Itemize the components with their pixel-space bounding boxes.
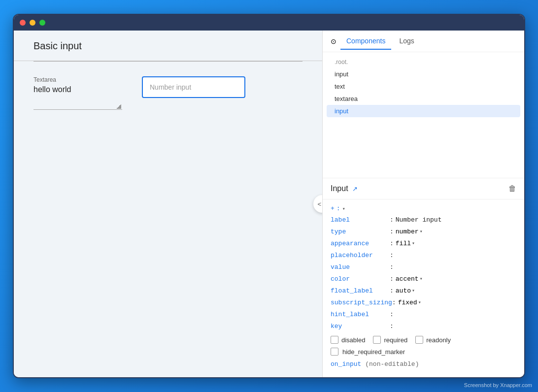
checkbox-required-box[interactable] bbox=[373, 336, 381, 344]
plus-dropdown-arrow[interactable]: ▾ bbox=[342, 206, 345, 212]
prop-value-subscript-sizing[interactable]: fixed ▾ bbox=[398, 299, 421, 306]
prop-key-color: color bbox=[331, 275, 390, 283]
checkbox-hide-required-box[interactable] bbox=[331, 348, 338, 356]
type-dropdown-arrow[interactable]: ▾ bbox=[420, 229, 423, 234]
prop-value-type[interactable]: number ▾ bbox=[396, 228, 423, 235]
textarea-wrapper: Textarea bbox=[34, 76, 122, 110]
number-input-wrapper bbox=[142, 76, 245, 98]
checkbox-hide-required-label: hide_required_marker bbox=[342, 348, 405, 356]
prop-colon-float-label: : bbox=[390, 287, 394, 294]
tree-item-input2-selected[interactable]: input bbox=[327, 105, 520, 117]
left-panel: Basic input Textarea < > bbox=[14, 31, 322, 377]
textarea-label: Textarea bbox=[34, 76, 122, 83]
minimize-dot[interactable] bbox=[30, 20, 35, 26]
tab-logs[interactable]: Logs bbox=[393, 33, 420, 50]
tree-item-input1[interactable]: input bbox=[323, 68, 524, 80]
prop-colon-label: : bbox=[390, 216, 394, 224]
props-title-text: Input bbox=[331, 184, 348, 193]
prop-key-float-label: float_label bbox=[331, 287, 390, 294]
on-input-note-text: (non-editable) bbox=[365, 360, 419, 368]
prop-row-placeholder: placeholder : bbox=[331, 249, 516, 261]
checkboxes-row: disabled required readonly bbox=[331, 332, 516, 346]
prop-key-value: value bbox=[331, 263, 390, 271]
props-delete-icon[interactable]: 🗑 bbox=[508, 184, 516, 193]
prop-key-appearance: appearance bbox=[331, 240, 390, 247]
plus-colon: : bbox=[336, 205, 340, 212]
props-title: Input ↗ bbox=[331, 184, 358, 193]
tree-item-textarea[interactable]: textarea bbox=[323, 93, 524, 105]
prop-colon-hint-label: : bbox=[390, 311, 394, 318]
window-body: Basic input Textarea < > bbox=[14, 31, 524, 377]
checkbox-required-label: required bbox=[384, 336, 407, 344]
prop-colon-appearance: : bbox=[390, 240, 394, 247]
checkbox-readonly-box[interactable] bbox=[415, 336, 423, 344]
left-header: Basic input bbox=[14, 31, 322, 61]
window-titlebar bbox=[14, 15, 524, 31]
number-input-field[interactable] bbox=[142, 76, 245, 98]
checkbox-required: required bbox=[373, 336, 407, 344]
checkbox-disabled-box[interactable] bbox=[331, 336, 338, 344]
prop-row-hint-label: hint_label : bbox=[331, 308, 516, 320]
prop-key-hint-label: hint_label bbox=[331, 311, 390, 318]
prop-row-subscript-sizing: subscript_sizing : fixed ▾ bbox=[331, 296, 516, 308]
prop-key-label: label bbox=[331, 216, 390, 224]
right-top-panel: ⊙ Components Logs .root. input text text… bbox=[323, 31, 524, 178]
checkbox-disabled: disabled bbox=[331, 336, 365, 344]
prop-colon-color: : bbox=[390, 275, 394, 283]
right-panel: ⊙ Components Logs .root. input text text… bbox=[322, 31, 524, 377]
prop-value-appearance[interactable]: fill ▾ bbox=[396, 240, 415, 247]
plus-key: + bbox=[331, 205, 335, 212]
subscript-sizing-dropdown-arrow[interactable]: ▾ bbox=[418, 299, 421, 305]
prop-colon-placeholder: : bbox=[390, 252, 394, 259]
tab-components[interactable]: Components bbox=[340, 33, 391, 50]
maximize-dot[interactable] bbox=[39, 20, 45, 26]
prop-row-type: type : number ▾ bbox=[331, 226, 516, 237]
prop-row-plus[interactable]: +: ▾ bbox=[331, 203, 516, 214]
prop-colon-key: : bbox=[390, 323, 394, 330]
checkbox-readonly: readonly bbox=[415, 336, 451, 344]
prop-value-float-label[interactable]: auto ▾ bbox=[396, 287, 415, 294]
prop-colon-type: : bbox=[390, 228, 394, 235]
prop-key-type: type bbox=[331, 228, 390, 235]
on-input-key: on_input bbox=[331, 360, 361, 368]
target-icon: ⊙ bbox=[331, 37, 336, 45]
checkbox-row-hide-required: hide_required_marker bbox=[331, 346, 516, 358]
prop-colon-value: : bbox=[390, 263, 394, 271]
left-content: Textarea bbox=[14, 62, 322, 125]
page-title: Basic input bbox=[34, 40, 303, 52]
tree-item-text[interactable]: text bbox=[323, 80, 524, 93]
textarea-resize-handle bbox=[116, 104, 121, 109]
prop-key-subscript-sizing: subscript_sizing bbox=[331, 299, 392, 306]
app-window: Basic input Textarea < > bbox=[13, 14, 525, 378]
checkbox-readonly-label: readonly bbox=[426, 336, 451, 344]
prop-row-appearance: appearance : fill ▾ bbox=[331, 237, 516, 249]
prop-row-key: key : bbox=[331, 320, 516, 332]
prop-row-color: color : accent ▾ bbox=[331, 273, 516, 285]
prop-row-value: value : bbox=[331, 261, 516, 273]
component-tree: .root. input text textarea input bbox=[323, 52, 524, 178]
appearance-dropdown-arrow[interactable]: ▾ bbox=[412, 240, 415, 246]
props-header: Input ↗ 🗑 bbox=[323, 178, 524, 199]
panel-toggle-button[interactable]: < > bbox=[313, 195, 322, 213]
props-body: +: ▾ label : Number input type : nu bbox=[323, 199, 524, 375]
checkbox-disabled-label: disabled bbox=[341, 336, 365, 344]
prop-key-key: key bbox=[331, 323, 390, 330]
textarea-field[interactable] bbox=[34, 85, 122, 110]
color-dropdown-arrow[interactable]: ▾ bbox=[420, 276, 423, 282]
close-dot[interactable] bbox=[20, 20, 26, 26]
float-label-dropdown-arrow[interactable]: ▾ bbox=[412, 288, 415, 294]
prop-value-label[interactable]: Number input bbox=[396, 216, 442, 224]
on-input-row: on_input (non-editable) bbox=[331, 358, 516, 371]
inputs-row: Textarea bbox=[34, 76, 303, 110]
prop-row-float-label: float_label : auto ▾ bbox=[331, 285, 516, 296]
tabs-bar: ⊙ Components Logs bbox=[323, 31, 524, 52]
prop-row-label: label : Number input bbox=[331, 214, 516, 226]
prop-colon-subscript-sizing: : bbox=[392, 299, 396, 306]
properties-panel: Input ↗ 🗑 +: ▾ label : Number inp bbox=[323, 178, 524, 377]
prop-key-placeholder: placeholder bbox=[331, 252, 390, 259]
tree-item-root[interactable]: .root. bbox=[323, 56, 524, 68]
watermark: Screenshot by Xnapper.com bbox=[464, 382, 532, 388]
prop-value-color[interactable]: accent ▾ bbox=[396, 275, 423, 283]
props-link-icon[interactable]: ↗ bbox=[352, 185, 358, 193]
